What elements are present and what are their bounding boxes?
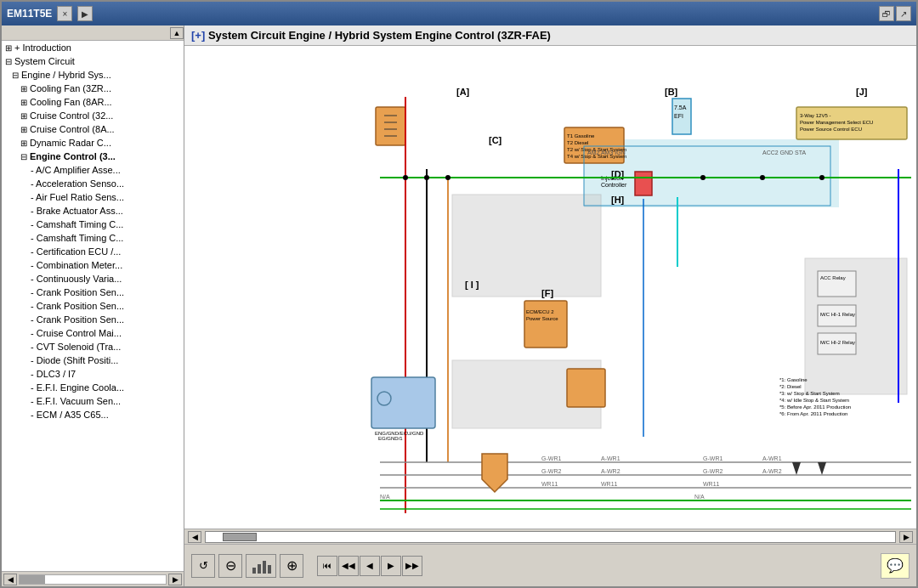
svg-text:A-WR1: A-WR1 [601,455,620,461]
sidebar-item-accel[interactable]: - Acceleration Senso... [2,177,184,190]
svg-text:WR11: WR11 [541,481,558,487]
svg-rect-84 [263,561,266,574]
horizontal-scrollbar[interactable] [205,531,896,543]
sidebar-hscroll[interactable] [19,574,167,585]
sidebar-label-cruise1: Cruise Control (32... [30,110,113,121]
sidebar-item-camshaft2[interactable]: - Camshaft Timing C... [2,231,184,245]
svg-text:EFI: EFI [674,113,683,119]
nav-prev-prev-button[interactable]: ◀◀ [338,556,359,576]
diagram-title: System Circuit Engine / Hybrid System En… [208,29,551,42]
sidebar-label-camshaft1: - Camshaft Timing C... [31,219,123,229]
nav-next-next-icon: ▶▶ [405,561,419,570]
label-H: [H] [611,195,625,205]
svg-text:G-WR2: G-WR2 [703,468,722,474]
minus-icon-ec: ⊟ [20,152,27,161]
title-bar-left: EM11T5E × ▶ [7,6,93,21]
sidebar-bottom-scroll-right[interactable]: ▶ [168,574,182,585]
svg-text:*2: Diesel: *2: Diesel [779,384,802,389]
sidebar-label-cvt: - Continuously Varia... [31,274,122,284]
sidebar-item-cruise2[interactable]: ⊞ Cruise Control (8A... [2,122,184,136]
sidebar-item-cruise-main[interactable]: - Cruise Control Mai... [2,326,184,340]
svg-text:WR11: WR11 [601,481,618,487]
sidebar-item-cvt-sol[interactable]: - CVT Solenoid (Tra... [2,340,184,353]
label-F: [F] [541,288,553,298]
zoom-out-icon: ⊖ [225,557,236,574]
svg-rect-5 [376,107,405,145]
sidebar-label-dlc3: - DLC3 / I7 [31,369,76,379]
svg-rect-36 [371,377,435,428]
sidebar-item-combo[interactable]: - Combination Meter... [2,258,184,272]
svg-text:*1: Gasoline: *1: Gasoline [779,377,808,382]
svg-text:EG/GND/1: EG/GND/1 [378,436,403,441]
plus-icon: ⊞ [5,43,12,53]
scrollbar-thumb[interactable] [223,533,257,541]
sidebar-item-dlc3[interactable]: - DLC3 / I7 [2,367,184,381]
sidebar-item-crank3[interactable]: - Crank Position Sen... [2,313,184,326]
scroll-right-button[interactable]: ▶ [899,531,913,543]
sidebar-item-airfuel[interactable]: - Air Fuel Ratio Sens... [2,190,184,204]
svg-text:T1 Gasoline: T1 Gasoline [567,133,595,139]
diagram-canvas[interactable]: [A] [B] [J] [C] [D] [H] [ I ] [F] [184,46,916,529]
app-window: EM11T5E × ▶ 🗗 ↗ ▲ ⊞ + Introduction ⊟ Sys… [0,0,918,588]
nav-prev-prev-icon: ◀◀ [342,561,355,570]
sidebar-item-crank2[interactable]: - Crank Position Sen... [2,299,184,313]
sidebar-label-crank3: - Crank Position Sen... [31,314,124,325]
sidebar-item-ecm[interactable]: - ECM / A35 C65... [2,408,184,421]
sidebar-item-camshaft1[interactable]: - Camshaft Timing C... [2,218,184,231]
sidebar-item-introduction[interactable]: ⊞ + Introduction [2,41,184,54]
sidebar-item-cruise1[interactable]: ⊞ Cruise Control (32... [2,109,184,122]
nav-forward-button[interactable]: ▶ [77,6,93,21]
sidebar-item-radar[interactable]: ⊞ Dynamic Radar C... [2,136,184,150]
sidebar-item-diode[interactable]: - Diode (Shift Positi... [2,353,184,367]
sidebar-item-efi-vacuum[interactable]: - E.F.I. Vacuum Sen... [2,394,184,408]
scroll-left-button[interactable]: ◀ [188,531,201,543]
sidebar-item-engine-hybrid[interactable]: ⊟ Engine / Hybrid Sys... [2,68,184,82]
svg-rect-85 [268,565,271,574]
svg-point-64 [424,175,429,180]
sidebar-item-crank1[interactable]: - Crank Position Sen... [2,286,184,299]
zoom-out-button[interactable]: ⊖ [218,554,242,578]
diagram-scrollbar-area: ◀ ▶ [184,529,916,544]
sidebar-scroll-up[interactable]: ▲ [170,27,184,39]
nav-start-button[interactable]: ⏮ [317,556,337,576]
sidebar-item-efi-coolant[interactable]: - E.F.I. Engine Coola... [2,381,184,394]
svg-rect-40 [524,301,567,348]
svg-rect-82 [252,568,256,574]
svg-text:ACC Relay: ACC Relay [820,275,846,280]
svg-text:A-WR2: A-WR2 [762,468,782,474]
label-B: [B] [665,87,678,97]
svg-point-66 [700,175,706,180]
sidebar-label-efi-coolant: - E.F.I. Engine Coola... [31,382,124,393]
bar-chart-button[interactable] [246,554,276,578]
sidebar-item-cert-ecu[interactable]: - Certification ECU /... [2,245,184,258]
refresh-button[interactable]: ↺ [191,554,215,578]
diagram-header: [+] System Circuit Engine / Hybrid Syste… [184,25,916,46]
nav-next-next-button[interactable]: ▶▶ [402,556,422,576]
sidebar-bottom-scroll-left[interactable]: ◀ [3,574,17,585]
sidebar-label-diode: - Diode (Shift Positi... [31,355,118,365]
sidebar-item-brake[interactable]: - Brake Actuator Ass... [2,204,184,218]
nav-next-button[interactable]: ▶ [381,556,401,576]
sidebar-item-cvt[interactable]: - Continuously Varia... [2,272,184,286]
sidebar-item-syscircuit[interactable]: ⊟ System Circuit [2,54,184,68]
chat-button[interactable]: 💬 [881,553,910,579]
svg-text:N/A: N/A [380,494,390,500]
svg-text:*4: w/ Idle Stop & Start Syste: *4: w/ Idle Stop & Start System [779,398,849,403]
plus-icon-cr2: ⊞ [20,125,27,134]
chat-icon: 💬 [887,557,904,574]
nav-prev-button[interactable]: ◀ [360,556,380,576]
title-bar-controls: 🗗 ↗ [879,6,911,21]
sidebar-label-cruise2: Cruise Control (8A... [30,124,115,134]
svg-text:WR11: WR11 [703,481,720,487]
zoom-in-button[interactable]: ⊕ [280,554,303,578]
sidebar-item-engine-ctrl[interactable]: ⊟ Engine Control (3... [2,150,184,163]
sidebar-label-crank2: - Crank Position Sen... [31,301,124,311]
sidebar-item-ac-amp[interactable]: - A/C Amplifier Asse... [2,163,184,177]
sidebar-label-cvt-sol: - CVT Solenoid (Tra... [31,342,121,352]
minimize-button[interactable]: 🗗 [879,6,894,21]
close-button[interactable]: × [57,6,72,21]
sidebar-item-cooling2[interactable]: ⊞ Cooling Fan (8AR... [2,95,184,109]
sidebar-item-cooling1[interactable]: ⊞ Cooling Fan (3ZR... [2,82,184,95]
maximize-button[interactable]: ↗ [896,6,911,21]
svg-text:G-WR1: G-WR1 [541,455,561,461]
